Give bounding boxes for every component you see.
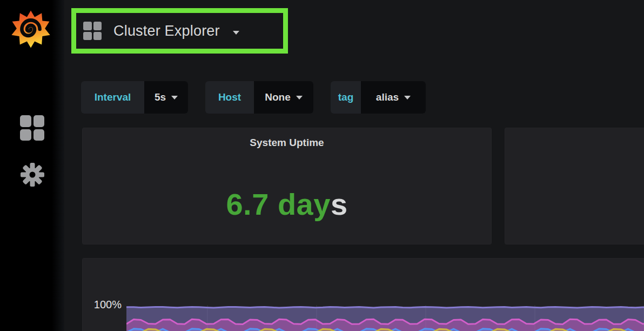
- panel-empty: [505, 128, 644, 244]
- variable-interval-value: 5s: [155, 91, 166, 103]
- variable-host-label: Host: [205, 81, 254, 114]
- chevron-down-icon: [296, 96, 303, 100]
- variable-host-dropdown[interactable]: None: [254, 81, 313, 114]
- panel-title[interactable]: System Uptime: [83, 128, 491, 149]
- chevron-down-icon: [171, 96, 178, 100]
- variable-tag: tag alias: [331, 81, 426, 114]
- usage-area-chart: [126, 305, 644, 331]
- apps-grid-icon: [83, 22, 102, 40]
- variable-interval: Interval 5s: [81, 81, 188, 114]
- variable-tag-value: alias: [376, 91, 399, 103]
- variable-tag-label: tag: [331, 81, 361, 114]
- panel-usage-chart: 100%: [82, 258, 644, 331]
- sidebar-item-dashboards[interactable]: [20, 115, 44, 141]
- panel-system-uptime: System Uptime 6.7 days: [82, 128, 492, 244]
- sidebar-item-configuration[interactable]: [19, 162, 45, 188]
- variable-interval-label: Interval: [81, 81, 144, 114]
- variable-tag-dropdown[interactable]: alias: [361, 81, 426, 114]
- grafana-logo-icon[interactable]: [10, 9, 51, 50]
- variable-host-value: None: [265, 91, 291, 103]
- variable-host: Host None: [205, 81, 313, 114]
- variable-interval-dropdown[interactable]: 5s: [144, 81, 188, 114]
- y-axis-tick-100: 100%: [83, 299, 122, 311]
- sidebar: [0, 0, 64, 331]
- gear-icon: [19, 162, 45, 188]
- uptime-value: 6.7 days: [83, 187, 491, 222]
- template-variables-row: Interval 5s Host None tag alias: [81, 81, 426, 114]
- chevron-down-icon: [233, 31, 239, 35]
- apps-grid-icon: [20, 115, 44, 141]
- uptime-value-number: 6.7 day: [226, 187, 330, 221]
- page-title: Cluster Explorer: [113, 23, 220, 39]
- uptime-value-suffix: s: [331, 187, 348, 221]
- dashboard-title-dropdown[interactable]: Cluster Explorer: [79, 16, 244, 46]
- chevron-down-icon: [404, 96, 411, 100]
